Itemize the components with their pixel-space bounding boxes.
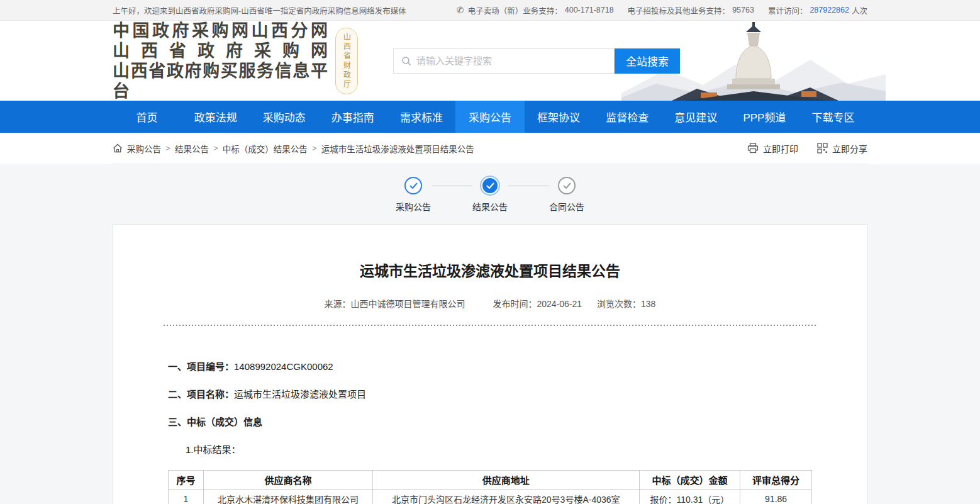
article-body: 一、项目编号：1408992024CGK00062 二、项目名称：运城市生活垃圾…	[168, 359, 812, 504]
home-icon[interactable]	[113, 143, 123, 153]
nav-item-procurement-news[interactable]: 采购动态	[250, 101, 318, 133]
breadcrumb-separator: >	[213, 143, 218, 153]
project-name-line: 二、项目名称：运城市生活垃圾渗滤液处置项目	[168, 387, 812, 400]
cell-award-amount: 报价：110.31（元）	[639, 490, 740, 504]
search-input[interactable]	[416, 55, 614, 66]
award-result-table: 序号 供应商名称 供应商地址 中标（成交）金额 评审总得分 1 北京水木湛清环保…	[168, 470, 812, 504]
header-supplier-name: 供应商名称	[203, 471, 372, 490]
phone-icon: ✆	[457, 5, 464, 15]
breadcrumb-item-1[interactable]: 采购公告	[127, 142, 161, 155]
breadcrumb-separator: >	[165, 143, 170, 153]
visits-unit: 人次	[852, 4, 867, 16]
table-header-row: 序号 供应商名称 供应商地址 中标（成交）金额 评审总得分	[169, 471, 812, 490]
nav-item-demand-standards[interactable]: 需求标准	[387, 101, 455, 133]
nav-item-supervision[interactable]: 监督检查	[593, 101, 662, 133]
support-phone: 400-171-8718	[565, 6, 614, 14]
award-result-subheading: 1.中标结果：	[168, 442, 812, 456]
logo-line-2: 山西省政府采购网	[113, 41, 328, 61]
step-procurement-notice[interactable]: 采购公告	[395, 177, 432, 213]
breadcrumb-bar: 采购公告 > 结果公告 > 中标（成交）结果公告 > 运城市生活垃圾渗滤液处置项…	[0, 133, 980, 164]
step-label: 合同公告	[549, 200, 584, 213]
project-number-value: 1408992024CGK00062	[234, 361, 333, 372]
project-name-label: 二、项目名称：	[168, 389, 234, 400]
project-number-line: 一、项目编号：1408992024CGK00062	[168, 359, 812, 372]
nav-item-policies[interactable]: 政策法规	[181, 101, 250, 133]
top-utility-bar: 上午好，欢迎来到山西省政府采购网-山西省唯一指定省内政府采购信息网络发布媒体 ✆…	[0, 0, 980, 21]
share-label: 立即分享	[832, 142, 867, 155]
nav-item-downloads[interactable]: 下载专区	[799, 101, 867, 133]
nav-item-framework-agreement[interactable]: 框架协议	[525, 101, 593, 133]
article-card: 运城市生活垃圾渗滤液处置项目结果公告 来源：山西中诚德项目管理有限公司 发布时间…	[113, 224, 867, 504]
step-result-notice[interactable]: 结果公告	[472, 177, 508, 213]
print-label: 立即打印	[763, 142, 798, 155]
logo-line-3: 山西省政府购买服务信息平台	[113, 61, 328, 101]
project-number-label: 一、项目编号：	[168, 361, 234, 372]
views-value: 138	[641, 299, 655, 309]
nav-item-home[interactable]: 首页	[113, 101, 181, 133]
main-nav: 首页 政策法规 采购动态 办事指南 需求标准 采购公告 框架协议 监督检查 意见…	[0, 101, 980, 133]
search-icon	[401, 56, 411, 66]
table-row: 1 北京水木湛清环保科技集团有限公司 北京市门头沟区石龙经济开发区永安路20号3…	[169, 490, 812, 504]
nav-item-service-guide[interactable]: 办事指南	[318, 101, 387, 133]
print-button[interactable]: 立即打印	[747, 142, 798, 155]
breadcrumb-item-3[interactable]: 中标（成交）结果公告	[223, 142, 308, 155]
share-button[interactable]: 立即分享	[817, 142, 867, 155]
site-header: 中国政府采购网山西分网 山西省政府采购网 山西省政府购买服务信息平台 山西省财政…	[0, 21, 980, 101]
award-info-heading: 三、中标（成交）信息	[168, 415, 812, 428]
header-review-score: 评审总得分	[740, 471, 812, 490]
site-logo[interactable]: 中国政府采购网山西分网 山西省政府采购网 山西省政府购买服务信息平台	[113, 21, 328, 101]
cell-supplier-address: 北京市门头沟区石龙经济开发区永安路20号3号楼A-4036室	[373, 490, 640, 504]
publish-label: 发布时间：	[493, 299, 537, 309]
breadcrumb-item-2[interactable]: 结果公告	[175, 142, 209, 155]
cell-review-score: 91.86	[740, 490, 812, 504]
step-connector	[432, 186, 472, 186]
article-meta: 来源：山西中诚德项目管理有限公司 发布时间：2024-06-21 浏览次数：13…	[113, 297, 867, 310]
step-label: 采购公告	[396, 200, 431, 213]
article-title: 运城市生活垃圾渗滤液处置项目结果公告	[113, 259, 867, 281]
step-done-check-icon	[404, 177, 422, 194]
step-contract-notice[interactable]: 合同公告	[548, 177, 585, 213]
header-no: 序号	[169, 471, 204, 490]
other-support-value: 95763	[732, 6, 754, 14]
visits-label: 累计访问：	[768, 4, 808, 16]
publish-date: 2024-06-21	[537, 299, 582, 309]
printer-icon	[747, 143, 759, 154]
cell-no: 1	[169, 490, 204, 504]
award-info-label: 三、中标（成交）信息	[168, 417, 262, 427]
step-connector	[508, 186, 548, 186]
support-label: 电子卖场（新）业务支持：	[468, 4, 562, 16]
source-value: 山西中诚德项目管理有限公司	[351, 299, 465, 309]
logo-line-1: 中国政府采购网山西分网	[113, 21, 328, 41]
nav-item-ppp-channel[interactable]: PPP频道	[730, 101, 799, 133]
other-support-label: 电子招投标及其他业务支持：	[628, 4, 730, 16]
visits-count: 287922862	[810, 6, 849, 14]
finance-department-seal: 山西省财政厅	[335, 28, 358, 94]
site-search-button[interactable]: 全站搜索	[615, 48, 680, 74]
search-box[interactable]	[393, 48, 615, 74]
step-label: 结果公告	[472, 200, 508, 213]
header-award-amount: 中标（成交）金额	[639, 471, 740, 490]
breadcrumb-separator: >	[312, 143, 317, 153]
project-name-value: 运城市生活垃圾渗滤液处置项目	[234, 389, 366, 400]
source-label: 来源：	[325, 299, 351, 309]
welcome-text: 上午好，欢迎来到山西省政府采购网-山西省唯一指定省内政府采购信息网络发布媒体	[113, 4, 406, 16]
dotted-divider	[164, 325, 816, 326]
step-pending-check-icon	[558, 177, 576, 194]
nav-item-feedback[interactable]: 意见建议	[662, 101, 730, 133]
nav-item-procurement-notices[interactable]: 采购公告	[455, 101, 524, 133]
qr-code-icon	[817, 143, 828, 154]
progress-steps: 采购公告 结果公告 合同公告	[0, 164, 980, 224]
header-supplier-address: 供应商地址	[373, 471, 640, 490]
step-active-check-icon	[481, 177, 499, 194]
views-label: 浏览次数：	[597, 299, 641, 309]
breadcrumb-item-current: 运城市生活垃圾渗滤液处置项目结果公告	[321, 142, 474, 155]
breadcrumb: 采购公告 > 结果公告 > 中标（成交）结果公告 > 运城市生活垃圾渗滤液处置项…	[113, 142, 474, 155]
cell-supplier-name: 北京水木湛清环保科技集团有限公司	[203, 490, 372, 504]
